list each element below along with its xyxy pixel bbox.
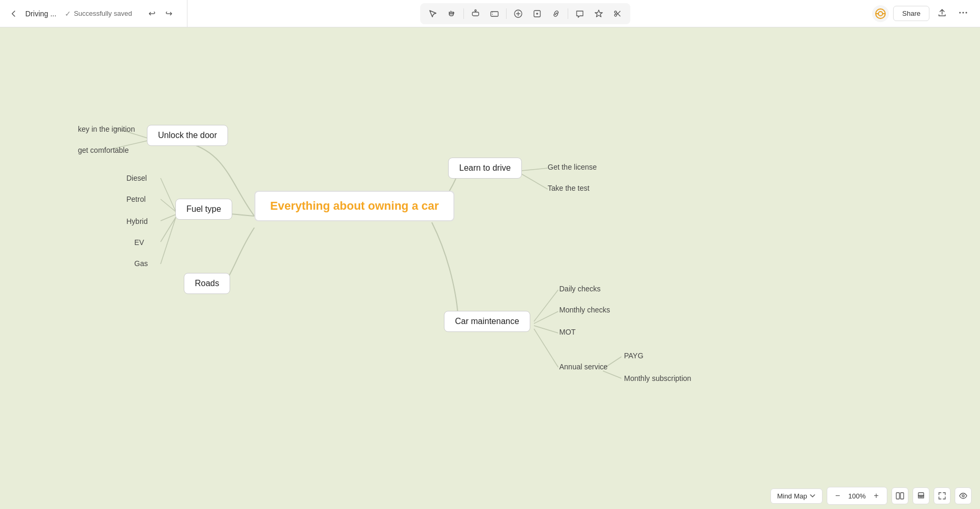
learn-node-label: Learn to drive — [459, 163, 511, 172]
learn-node[interactable]: Learn to drive — [448, 158, 522, 179]
upload-button[interactable] — [934, 5, 951, 22]
mindmap-connections — [0, 27, 980, 509]
svg-point-10 — [615, 14, 617, 16]
tool-shape[interactable] — [529, 5, 546, 22]
svg-point-9 — [615, 11, 617, 13]
split-view-button[interactable] — [892, 487, 908, 504]
svg-line-27 — [521, 168, 548, 171]
leaf-monthly-sub[interactable]: Monthly subscription — [624, 374, 691, 383]
svg-point-39 — [962, 495, 964, 497]
print-button[interactable] — [913, 487, 929, 504]
leaf-ev[interactable]: EV — [134, 238, 144, 247]
save-status-text: Successfully saved — [74, 9, 132, 17]
leaf-monthly-checks[interactable]: Monthly checks — [559, 306, 610, 314]
leaf-gas[interactable]: Gas — [134, 259, 148, 268]
leaf-get-comfortable[interactable]: get comfortable — [78, 146, 129, 154]
fuel-node[interactable]: Fuel type — [175, 199, 232, 220]
roads-node-label: Roads — [195, 279, 219, 288]
leaf-payg[interactable]: PAYG — [624, 351, 644, 360]
fullscreen-icon — [938, 492, 946, 500]
svg-line-28 — [521, 174, 548, 189]
fuel-node-label: Fuel type — [186, 204, 221, 213]
unlock-node-label: Unlock the door — [158, 131, 217, 140]
svg-line-30 — [534, 311, 558, 324]
svg-line-31 — [534, 326, 558, 333]
svg-line-34 — [603, 371, 621, 378]
svg-line-25 — [161, 217, 176, 242]
zoom-level: 100% — [846, 492, 868, 500]
tool-scissors[interactable] — [609, 5, 626, 22]
leaf-daily-checks[interactable]: Daily checks — [559, 285, 601, 293]
canvas[interactable]: Everything about owning a car Unlock the… — [0, 27, 980, 509]
center-node-label: Everything about owning a car — [270, 199, 439, 212]
svg-line-29 — [534, 290, 558, 321]
undo-button[interactable]: ↩ — [145, 6, 160, 21]
map-type-label: Mind Map — [777, 492, 807, 500]
tool-frame[interactable] — [486, 5, 503, 22]
tool-group — [420, 3, 630, 24]
svg-point-19 — [966, 12, 967, 13]
leaf-annual-service[interactable]: Annual service — [559, 363, 608, 371]
tool-star[interactable] — [590, 5, 607, 22]
toolbar-center — [187, 3, 864, 24]
leaf-get-license[interactable]: Get the license — [548, 163, 597, 171]
leaf-diesel[interactable]: Diesel — [126, 174, 147, 182]
share-button[interactable]: Share — [893, 6, 929, 21]
svg-line-23 — [161, 199, 176, 212]
svg-point-14 — [878, 12, 883, 16]
toolbar-right: Share — [864, 5, 980, 22]
leaf-key-ignition[interactable]: key in the ignition — [78, 125, 135, 133]
toolbar: Driving ... ✓ Successfully saved ↩ ↪ — [0, 0, 980, 27]
tool-add[interactable] — [510, 5, 527, 22]
maintenance-node-label: Car maintenance — [455, 317, 519, 326]
save-status: ✓ Successfully saved — [61, 9, 136, 18]
check-icon: ✓ — [65, 9, 71, 18]
unlock-node[interactable]: Unlock the door — [147, 125, 228, 146]
leaf-hybrid[interactable]: Hybrid — [126, 217, 147, 226]
svg-line-32 — [534, 329, 558, 367]
tool-select[interactable] — [424, 5, 441, 22]
leaf-mot[interactable]: MOT — [559, 328, 576, 336]
fullscreen-button[interactable] — [934, 487, 951, 504]
redo-button[interactable]: ↪ — [162, 6, 176, 21]
map-type-button[interactable]: Mind Map — [770, 488, 823, 504]
eye-button[interactable] — [955, 487, 972, 504]
brand-logo — [872, 5, 889, 22]
eye-icon — [959, 492, 967, 500]
svg-point-17 — [959, 12, 961, 13]
svg-rect-35 — [896, 493, 899, 499]
svg-point-1 — [475, 9, 477, 11]
leaf-take-test[interactable]: Take the test — [548, 184, 589, 192]
more-options-button[interactable] — [955, 5, 972, 22]
svg-rect-3 — [491, 12, 498, 16]
undo-redo-group: ↩ ↪ — [141, 6, 181, 21]
svg-line-26 — [161, 217, 176, 264]
tool-hand[interactable] — [443, 5, 460, 22]
svg-rect-0 — [472, 12, 479, 16]
center-node[interactable]: Everything about owning a car — [254, 191, 454, 221]
tool-comment[interactable] — [571, 5, 588, 22]
tool-link[interactable] — [548, 5, 565, 22]
toolbar-left: Driving ... ✓ Successfully saved ↩ ↪ — [0, 0, 187, 27]
zoom-controls: − 100% + — [827, 487, 887, 505]
maintenance-node[interactable]: Car maintenance — [444, 311, 530, 332]
roads-node[interactable]: Roads — [184, 273, 230, 294]
svg-rect-36 — [900, 493, 904, 499]
print-icon — [917, 492, 925, 500]
svg-line-22 — [161, 178, 176, 212]
split-view-icon — [896, 492, 904, 500]
leaf-petrol[interactable]: Petrol — [126, 195, 146, 203]
zoom-out-button[interactable]: − — [831, 490, 844, 502]
document-title: Driving ... — [25, 9, 56, 18]
zoom-in-button[interactable]: + — [870, 490, 883, 502]
chevron-down-icon — [809, 493, 816, 499]
bottom-bar: Mind Map − 100% + — [762, 483, 980, 509]
svg-point-18 — [963, 12, 964, 13]
tool-node[interactable] — [467, 5, 484, 22]
svg-line-24 — [161, 214, 176, 221]
back-button[interactable] — [6, 6, 21, 21]
svg-rect-37 — [918, 493, 924, 496]
